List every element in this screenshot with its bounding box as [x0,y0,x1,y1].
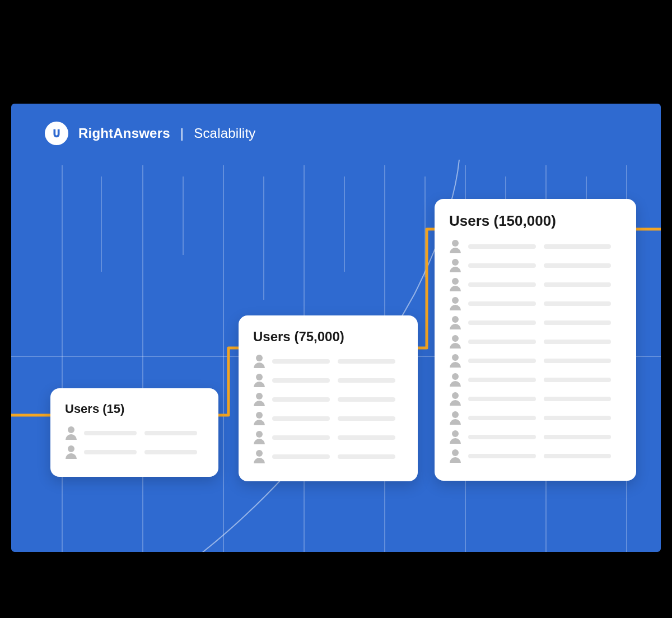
brand-name: RightAnswers [78,126,170,141]
list-item [449,335,622,349]
placeholder-lines [468,278,622,287]
list-item [253,412,403,425]
person-icon [449,278,461,291]
person-icon [449,316,461,329]
list-item [449,259,622,272]
placeholder-lines [468,335,622,344]
person-icon [449,373,461,387]
list-item [253,355,403,368]
list-item [253,450,403,463]
person-icon [253,393,265,406]
header: RightAnswers | Scalability [45,122,255,145]
diagram-canvas: RightAnswers | Scalability Users (15) Us… [11,104,661,552]
person-icon [253,412,265,425]
list-item [449,373,622,387]
placeholder-lines [468,240,622,249]
placeholder-lines [468,449,622,458]
person-icon [449,430,461,444]
list-item [449,316,622,329]
user-rows [253,355,403,463]
placeholder-lines [468,316,622,325]
list-item [253,374,403,387]
section-title: Scalability [194,126,255,141]
placeholder-lines [468,411,622,420]
person-icon [65,445,77,459]
placeholder-lines [272,450,403,459]
placeholder-lines [468,259,622,268]
person-icon [253,431,265,444]
placeholder-lines [468,373,622,382]
users-card-large: Users (150,000) [435,199,636,481]
header-divider: | [180,126,184,141]
list-item [449,411,622,425]
person-icon [253,355,265,368]
placeholder-lines [272,355,403,364]
list-item [449,430,622,444]
person-icon [449,297,461,310]
list-item [65,426,204,440]
brand-logo-icon [45,122,68,145]
placeholder-lines [84,426,204,435]
placeholder-lines [272,412,403,421]
person-icon [65,426,77,440]
list-item [449,354,622,368]
user-rows [65,426,204,459]
person-icon [449,335,461,349]
person-icon [253,450,265,463]
list-item [449,449,622,463]
person-icon [449,240,461,253]
placeholder-lines [272,374,403,383]
person-icon [449,411,461,425]
list-item [449,278,622,291]
list-item [253,431,403,444]
person-icon [253,374,265,387]
placeholder-lines [468,297,622,306]
person-icon [449,354,461,368]
users-card-medium: Users (75,000) [239,315,418,481]
list-item [253,393,403,406]
placeholder-lines [468,430,622,439]
placeholder-lines [468,354,622,363]
list-item [449,240,622,253]
user-rows [449,240,622,463]
card-title: Users (15) [65,402,204,416]
placeholder-lines [84,445,204,454]
list-item [65,445,204,459]
placeholder-lines [272,431,403,440]
users-card-small: Users (15) [50,388,218,477]
card-title: Users (150,000) [449,212,622,230]
person-icon [449,259,461,272]
placeholder-lines [272,393,403,402]
person-icon [449,392,461,406]
placeholder-lines [468,392,622,401]
list-item [449,297,622,310]
person-icon [449,449,461,463]
list-item [449,392,622,406]
card-title: Users (75,000) [253,329,403,345]
